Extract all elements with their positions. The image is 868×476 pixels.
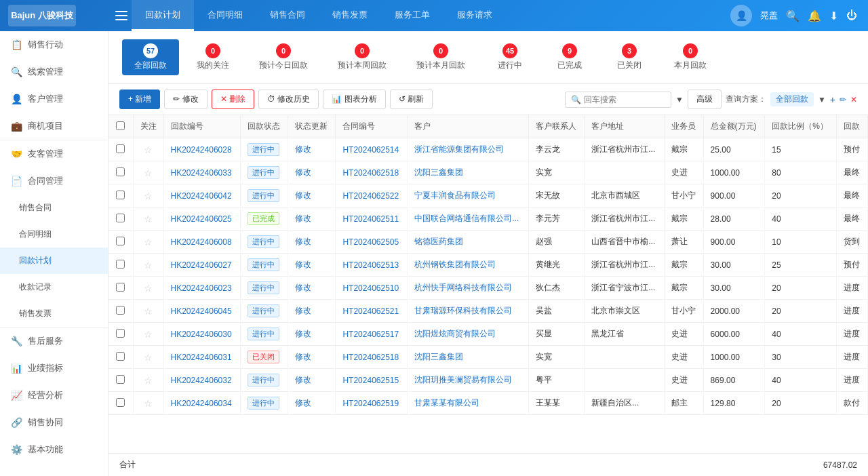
row-no[interactable]: HK20242406028 [163,138,240,161]
sidebar-item-customer-management[interactable]: 👤 客户管理 [0,85,108,113]
row-update[interactable]: 修改 [288,184,336,207]
row-update[interactable]: 修改 [288,207,336,231]
row-star[interactable]: ☆ [133,138,163,161]
row-customer[interactable]: 沈阳玥推美澜贸易有限公司 [408,369,528,392]
row-star[interactable]: ☆ [133,207,163,231]
row-customer[interactable]: 甘肃瑞源环保科技有限公司 [408,300,528,323]
add-button[interactable]: + 新增 [119,90,160,109]
row-update[interactable]: 修改 [288,323,336,346]
row-star[interactable]: ☆ [133,231,163,254]
sidebar-item-friend-management[interactable]: 🤝 友客管理 [0,140,108,167]
row-checkbox[interactable] [108,207,133,231]
row-update[interactable]: 修改 [288,392,336,415]
row-no[interactable]: HK20242406045 [163,300,240,323]
star-icon[interactable]: ☆ [144,167,153,178]
refresh-button[interactable]: ↺ 刷新 [390,90,433,109]
header-checkbox[interactable] [108,115,133,138]
row-no[interactable]: HK20242406030 [163,323,240,346]
row-checkbox[interactable] [108,161,133,184]
sidebar-item-contract-management[interactable]: 📄 合同管理 [0,167,108,195]
star-icon[interactable]: ☆ [144,237,153,247]
row-star[interactable]: ☆ [133,369,163,392]
row-update[interactable]: 修改 [288,369,336,392]
row-checkbox[interactable] [108,323,133,346]
sidebar-item-contract-detail[interactable]: 合同明细 [0,221,108,247]
summary-card-this-month[interactable]: 0 本月回款 [662,39,719,75]
search-input[interactable] [584,95,665,104]
row-contract[interactable]: HT2024062521 [336,300,408,323]
power-icon[interactable]: ⏻ [846,9,857,22]
star-icon[interactable]: ☆ [144,191,153,201]
delete-button[interactable]: ✕ 删除 [212,90,254,109]
row-contract[interactable]: HT2024062510 [336,277,408,300]
row-star[interactable]: ☆ [133,184,163,207]
row-checkbox[interactable] [108,369,133,392]
row-contract[interactable]: HT2024062514 [336,138,408,161]
nav-tab-4[interactable]: 服务工单 [381,0,443,31]
row-customer[interactable]: 杭州快手网络科技有限公司 [408,277,528,300]
row-update[interactable]: 修改 [288,161,336,184]
row-update[interactable]: 修改 [288,254,336,277]
nav-tab-3[interactable]: 销售发票 [319,0,381,31]
row-contract[interactable]: HT2024062517 [336,323,408,346]
summary-card-month[interactable]: 0 预计本月回款 [404,39,477,75]
row-no[interactable]: HK20242406008 [163,231,240,254]
row-no[interactable]: HK20242406023 [163,277,240,300]
row-checkbox[interactable] [108,184,133,207]
star-icon[interactable]: ☆ [144,352,153,363]
summary-card-follow[interactable]: 0 我的关注 [184,39,241,75]
row-update[interactable]: 修改 [288,277,336,300]
row-star[interactable]: ☆ [133,161,163,184]
sidebar-item-performance[interactable]: 📊 业绩指标 [0,355,108,382]
row-customer[interactable]: 铭德医药集团 [408,231,528,254]
row-update[interactable]: 修改 [288,346,336,369]
row-checkbox[interactable] [108,300,133,323]
row-update[interactable]: 修改 [288,231,336,254]
row-star[interactable]: ☆ [133,392,163,415]
row-checkbox[interactable] [108,254,133,277]
history-button[interactable]: ⏱ 修改历史 [258,90,319,109]
row-update[interactable]: 修改 [288,300,336,323]
avatar[interactable]: 👤 [730,5,752,26]
row-star[interactable]: ☆ [133,254,163,277]
nav-tab-1[interactable]: 合同明细 [194,0,256,31]
row-no[interactable]: HK20242406025 [163,207,240,231]
edit-button[interactable]: ✏ 修改 [164,90,207,109]
row-customer[interactable]: 沈阳三鑫集团 [408,346,528,369]
row-contract[interactable]: HT2024062518 [336,161,408,184]
scheme-dropdown-icon[interactable]: ▼ [818,95,826,104]
row-no[interactable]: HK20242406027 [163,254,240,277]
row-customer[interactable]: 沈阳煜炫商贸有限公司 [408,323,528,346]
row-star[interactable]: ☆ [133,346,163,369]
user-name[interactable]: 晃盖 [760,9,778,22]
star-icon[interactable]: ☆ [144,329,153,340]
row-contract[interactable]: HT2024062511 [336,207,408,231]
delete-scheme-button[interactable]: ✕ [850,95,857,104]
summary-card-all[interactable]: 57 全部回款 [122,39,179,75]
sidebar-item-sales-collab[interactable]: 🔗 销售协同 [0,409,108,436]
row-customer[interactable]: 中国联合网络通信有限公司... [408,207,528,231]
row-customer[interactable]: 杭州钢铁集团有限公司 [408,254,528,277]
row-no[interactable]: HK20242406032 [163,369,240,392]
star-icon[interactable]: ☆ [144,144,153,155]
sidebar-item-payment-plan[interactable]: 回款计划 [0,247,108,274]
nav-tab-2[interactable]: 销售合同 [256,0,319,31]
sidebar-item-sales-invoice[interactable]: 销售发票 [0,300,108,327]
scheme-value[interactable]: 全部回款 [770,92,814,106]
row-checkbox[interactable] [108,138,133,161]
sidebar-item-lead-management[interactable]: 🔍 线索管理 [0,58,108,85]
row-contract[interactable]: HT2024062522 [336,184,408,207]
select-all-checkbox[interactable] [116,121,125,130]
row-star[interactable]: ☆ [133,277,163,300]
row-customer[interactable]: 浙江省能源集团有限公司 [408,138,528,161]
row-star[interactable]: ☆ [133,323,163,346]
nav-tab-5[interactable]: 服务请求 [443,0,506,31]
edit-scheme-button[interactable]: ✏ [840,95,846,104]
search-icon[interactable]: 🔍 [786,9,800,22]
star-icon[interactable]: ☆ [144,260,153,271]
star-icon[interactable]: ☆ [144,214,153,224]
star-icon[interactable]: ☆ [144,398,153,409]
star-icon[interactable]: ☆ [144,306,153,317]
summary-card-today[interactable]: 0 预计今日回款 [247,39,320,75]
sidebar-item-analysis[interactable]: 📈 经营分析 [0,382,108,409]
